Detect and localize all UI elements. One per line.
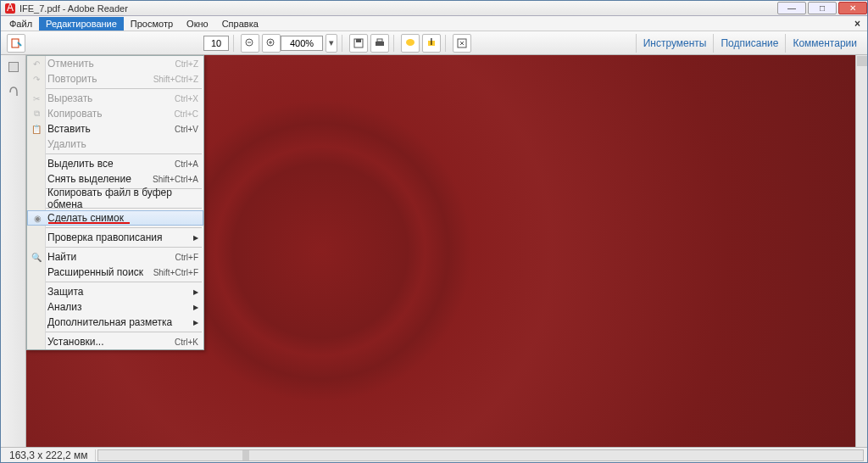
print-button[interactable] (370, 34, 389, 53)
svg-text:A: A (7, 3, 14, 14)
export-pdf-button[interactable] (7, 34, 25, 53)
highlight-button[interactable]: T (422, 34, 441, 53)
menu-shortcut: Ctrl+F (175, 253, 199, 262)
menu-item[interactable]: Защита▶ (27, 284, 203, 299)
menu-item-label: Копировать файл в буфер обмена (47, 187, 198, 210)
page-dimensions: 163,3 x 222,2 мм (3, 449, 96, 461)
menu-item-label: Расширенный поиск (47, 266, 143, 278)
undo-icon: ↶ (31, 58, 42, 70)
menu-item-label: Отменить (47, 58, 94, 70)
menu-item-label: Удалить (47, 138, 86, 150)
menu-item[interactable]: 📋ВставитьCtrl+V (27, 121, 203, 137)
menu-shortcut: Ctrl+A (175, 159, 198, 169)
svg-rect-9 (356, 39, 361, 42)
menu-item: ↶ОтменитьCtrl+Z (27, 56, 203, 71)
tools-tab[interactable]: Инструменты (636, 34, 714, 53)
redo-icon: ↷ (31, 73, 42, 85)
toolbar: ▾ T Инструменты Подписание Комментарии (1, 31, 867, 55)
maximize-button[interactable]: □ (808, 2, 837, 14)
menu-shortcut: Shift+Ctrl+F (153, 268, 198, 277)
workspace: ↶ОтменитьCtrl+Z↷ПовторитьShift+Ctrl+Z✂Вы… (1, 55, 867, 447)
close-doc-button[interactable]: × (854, 18, 865, 30)
zoom-dropdown-button[interactable]: ▾ (326, 34, 337, 53)
menu-item: ✂ВырезатьCtrl+X (27, 91, 203, 106)
menu-item[interactable]: Установки...Ctrl+K (27, 334, 203, 349)
menubar: Файл Редактирование Просмотр Окно Справк… (1, 16, 867, 31)
zoom-input[interactable] (281, 36, 323, 51)
comment-button[interactable] (401, 34, 420, 53)
menu-shortcut: Shift+Ctrl+Z (153, 75, 198, 84)
menu-file[interactable]: Файл (3, 17, 39, 31)
menu-shortcut: Ctrl+X (175, 94, 198, 103)
svg-point-12 (406, 39, 415, 46)
submenu-arrow-icon: ▶ (193, 304, 198, 311)
zoom-in-button[interactable] (262, 34, 281, 53)
menu-item-label: Проверка правописания (47, 232, 163, 243)
copy-icon: ⧉ (31, 108, 42, 120)
menu-edit[interactable]: Редактирование (39, 17, 124, 31)
svg-rect-11 (377, 39, 382, 42)
menu-item[interactable]: 🔍НайтиCtrl+F (27, 249, 203, 265)
menu-view[interactable]: Просмотр (124, 17, 180, 31)
menu-item-label: Вставить (47, 123, 91, 135)
submenu-arrow-icon: ▶ (193, 234, 198, 242)
menu-item-label: Выделить все (47, 158, 114, 170)
submenu-arrow-icon: ▶ (193, 288, 198, 296)
menu-item[interactable]: ◉Сделать снимок (27, 210, 203, 226)
menu-item[interactable]: Копировать файл в буфер обмена (27, 191, 203, 206)
menu-item-label: Анализ (47, 301, 82, 313)
menu-item-label: Повторить (47, 73, 97, 85)
menu-help[interactable]: Справка (215, 17, 265, 31)
menu-item[interactable]: Дополнительная разметка▶ (27, 315, 203, 330)
menu-shortcut: Shift+Ctrl+A (153, 175, 198, 184)
read-mode-button[interactable] (453, 34, 471, 53)
menu-item-label: Найти (47, 251, 76, 263)
edit-menu-dropdown: ↶ОтменитьCtrl+Z↷ПовторитьShift+Ctrl+Z✂Вы… (26, 55, 204, 350)
svg-text:T: T (428, 38, 435, 47)
paste-icon: 📋 (31, 123, 42, 135)
snapshot-icon: ◉ (31, 212, 43, 224)
sign-tab[interactable]: Подписание (713, 34, 785, 53)
cut-icon: ✂ (31, 92, 42, 104)
horizontal-scrollbar[interactable] (97, 449, 864, 461)
menu-window[interactable]: Окно (180, 17, 215, 31)
menu-item-label: Защита (47, 286, 84, 298)
menu-item[interactable]: Расширенный поискShift+Ctrl+F (27, 265, 203, 280)
menu-item[interactable]: Проверка правописания▶ (27, 230, 203, 245)
menu-item-label: Копировать (47, 108, 103, 120)
svg-rect-17 (9, 63, 18, 71)
menu-item: ⧉КопироватьCtrl+C (27, 106, 203, 121)
menu-item-label: Снять выделение (47, 173, 131, 185)
submenu-arrow-icon: ▶ (193, 319, 198, 326)
window-title: IFE_7.pdf - Adobe Reader (19, 3, 128, 14)
close-button[interactable]: ✕ (838, 2, 867, 14)
menu-item-label: Вырезать (47, 92, 92, 104)
vertical-scrollbar[interactable] (855, 55, 867, 447)
menu-shortcut: Ctrl+Z (175, 59, 199, 69)
menu-item: Удалить (27, 137, 203, 152)
menu-item-label: Установки... (47, 336, 104, 348)
zoom-out-button[interactable] (241, 34, 259, 53)
save-button[interactable] (349, 34, 368, 53)
statusbar: 163,3 x 222,2 мм (1, 447, 867, 462)
menu-item[interactable]: Анализ▶ (27, 299, 203, 315)
attachments-icon[interactable] (5, 84, 22, 101)
menu-item[interactable]: Выделить всеCtrl+A (27, 156, 203, 171)
page-number-input[interactable] (203, 36, 229, 51)
minimize-button[interactable]: — (777, 2, 806, 14)
menu-item[interactable]: Снять выделениеShift+Ctrl+A (27, 171, 203, 187)
svg-rect-10 (376, 42, 384, 46)
thumbnails-icon[interactable] (5, 59, 22, 75)
comments-tab[interactable]: Комментарии (785, 34, 864, 53)
navigation-pane (1, 55, 26, 447)
app-icon: A (4, 3, 16, 14)
menu-shortcut: Ctrl+V (175, 125, 198, 134)
menu-shortcut: Ctrl+C (174, 109, 198, 119)
menu-item-label: Дополнительная разметка (47, 316, 172, 328)
menu-shortcut: Ctrl+K (175, 337, 198, 347)
menu-item: ↷ПовторитьShift+Ctrl+Z (27, 71, 203, 86)
find-icon: 🔍 (31, 251, 42, 263)
titlebar: A IFE_7.pdf - Adobe Reader — □ ✕ (1, 1, 867, 16)
